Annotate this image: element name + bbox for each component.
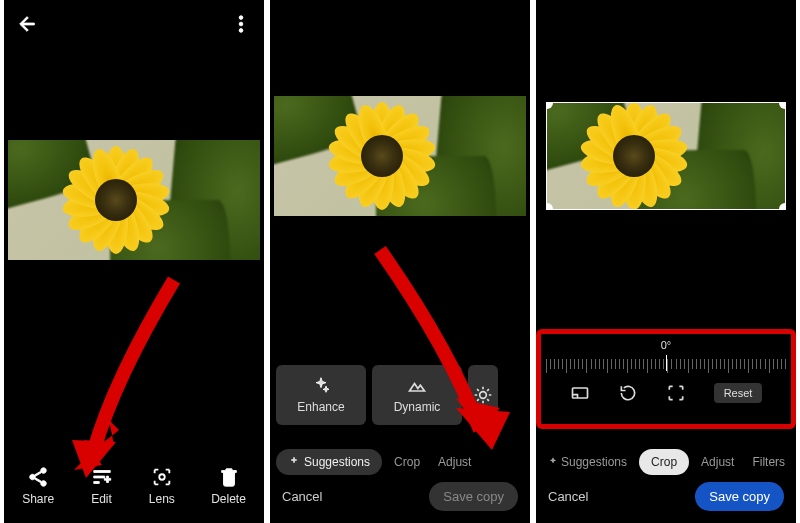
share-label: Share [22, 492, 54, 506]
dynamic-label: Dynamic [394, 400, 441, 414]
rotation-panel: 0° Reset [542, 335, 790, 423]
landscape-icon [407, 376, 427, 396]
tab-adjust[interactable]: Adjust [695, 451, 740, 473]
delete-label: Delete [211, 492, 246, 506]
svg-point-0 [239, 16, 243, 20]
svg-point-2 [239, 29, 243, 33]
delete-icon [218, 466, 240, 488]
delete-button[interactable]: Delete [211, 466, 246, 506]
crop-handle-bl[interactable] [546, 203, 553, 210]
screen-edit-suggestions: Enhance Dynamic Suggestions Crop Adjust … [270, 0, 530, 523]
tab-suggestions[interactable]: Suggestions [276, 449, 382, 475]
edit-tabs: Suggestions Crop Adjust Filters [542, 449, 790, 475]
rotation-slider[interactable] [542, 355, 790, 373]
svg-point-6 [480, 392, 487, 399]
edit-label: Edit [91, 492, 112, 506]
screen-photo-viewer: Share Edit Lens Delete [4, 0, 264, 523]
save-copy-button[interactable]: Save copy [429, 482, 518, 511]
save-copy-button[interactable]: Save copy [695, 482, 784, 511]
photo[interactable] [274, 96, 526, 216]
share-button[interactable]: Share [22, 466, 54, 506]
edit-button[interactable]: Edit [91, 466, 113, 506]
sparkle-icon [548, 457, 558, 467]
suggestion-cards: Enhance Dynamic [276, 365, 524, 425]
crop-frame[interactable] [546, 102, 786, 210]
tab-crop[interactable]: Crop [388, 451, 426, 473]
crop-handle-br[interactable] [779, 203, 786, 210]
lens-icon [151, 466, 173, 488]
top-bar [4, 8, 264, 40]
enhance-label: Enhance [297, 400, 344, 414]
warm-card[interactable] [468, 365, 498, 425]
lens-button[interactable]: Lens [149, 466, 175, 506]
sparkle-icon [288, 456, 300, 468]
share-icon [27, 466, 49, 488]
bottom-action-bar: Share Edit Lens Delete [4, 457, 264, 515]
lens-label: Lens [149, 492, 175, 506]
svg-point-1 [239, 22, 243, 26]
svg-point-3 [159, 474, 165, 480]
enhance-card[interactable]: Enhance [276, 365, 366, 425]
crop-handle-tl[interactable] [546, 102, 553, 109]
crop-handle-tr[interactable] [779, 102, 786, 109]
cancel-button[interactable]: Cancel [282, 489, 322, 504]
photo[interactable] [8, 140, 260, 260]
tab-adjust[interactable]: Adjust [432, 451, 477, 473]
overflow-menu-icon[interactable] [230, 13, 252, 35]
sun-icon [473, 385, 493, 405]
screen-edit-crop: 0° Reset Suggestions Crop Adjust [536, 0, 796, 523]
tab-suggestions[interactable]: Suggestions [542, 451, 633, 473]
bottom-row: Cancel Save copy [282, 482, 518, 511]
edit-tabs: Suggestions Crop Adjust [276, 449, 524, 475]
bottom-row: Cancel Save copy [548, 482, 784, 511]
tab-filters[interactable]: Filters [746, 451, 790, 473]
annotation-highlight [536, 329, 796, 429]
back-icon[interactable] [16, 13, 38, 35]
edit-icon [91, 466, 113, 488]
sparkle-icon [311, 376, 331, 396]
photo[interactable] [546, 102, 786, 210]
tab-crop[interactable]: Crop [639, 449, 689, 475]
tab-suggestions-label: Suggestions [304, 455, 370, 469]
annotation-arrow [360, 240, 520, 460]
cancel-button[interactable]: Cancel [548, 489, 588, 504]
dynamic-card[interactable]: Dynamic [372, 365, 462, 425]
